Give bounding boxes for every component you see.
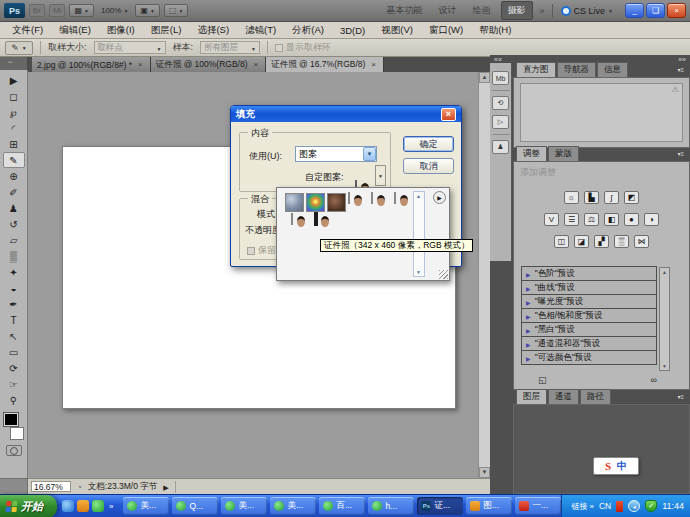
background-color-swatch[interactable]	[10, 427, 24, 440]
id-photo-pattern-2[interactable]	[371, 192, 373, 204]
screen-mode-button[interactable]: ⬚	[164, 4, 189, 17]
workspace-photography-button[interactable]: 摄影	[501, 1, 533, 20]
path-selection-tool[interactable]: ↖	[3, 328, 25, 344]
gradient-map-icon[interactable]: ▒	[614, 235, 629, 248]
hue-saturation-icon[interactable]: ☰	[564, 213, 579, 226]
eyedropper-tool[interactable]: ✎	[3, 152, 25, 168]
taskbar-button-5[interactable]: 百...	[319, 497, 365, 515]
tab-layers[interactable]: 图层	[516, 389, 547, 404]
doc-tab-1[interactable]: 2.jpg @ 100%(RGB/8#) *×	[32, 57, 151, 72]
pattern-picker-arrow-icon[interactable]	[375, 165, 386, 186]
ok-button[interactable]: 确定	[403, 136, 454, 152]
dropdown-arrow-icon[interactable]	[363, 147, 376, 161]
minimize-button[interactable]: _	[625, 3, 644, 18]
cancel-button[interactable]: 取消	[403, 158, 454, 174]
expand-triangle-icon[interactable]	[526, 311, 531, 321]
expand-triangle-icon[interactable]	[526, 269, 531, 279]
taskbar-button-3[interactable]: 美...	[221, 497, 267, 515]
close-button[interactable]: ×	[667, 3, 686, 18]
tie-dye-pattern[interactable]	[306, 193, 325, 212]
taskbar-button-6[interactable]: h...	[368, 497, 414, 515]
taskbar-button-photoshop[interactable]: Ps证...	[417, 497, 463, 515]
quick-mask-button[interactable]	[6, 445, 22, 456]
exposure-icon[interactable]: ◩	[624, 191, 639, 204]
menu-file[interactable]: 文件(F)	[4, 22, 51, 39]
pattern-scrollbar[interactable]	[413, 191, 425, 277]
clone-stamp-tool[interactable]: ♟	[3, 200, 25, 216]
channel-mixer-icon[interactable]: ◑	[644, 213, 659, 226]
menu-select[interactable]: 选择(S)	[189, 22, 237, 39]
tab-adjustments[interactable]: 调整	[516, 146, 547, 161]
clouds-pattern[interactable]	[285, 193, 304, 212]
workspace-overflow-button[interactable]: »	[537, 6, 548, 16]
histogram-warning-icon[interactable]	[672, 85, 679, 94]
doc-tab-2[interactable]: 证件照 @ 100%(RGB/8)×	[151, 57, 266, 72]
selective-color-icon[interactable]: ⋈	[634, 235, 649, 248]
dodge-tool[interactable]: ◒	[3, 280, 25, 296]
doc-tab-3-active[interactable]: 证件照 @ 16.7%(RGB/8)×	[266, 57, 384, 72]
taskbar-button-2[interactable]: Q...	[172, 497, 218, 515]
foreground-color-swatch[interactable]	[4, 413, 18, 426]
dock-expand-icon[interactable]: »»	[678, 56, 686, 63]
menu-layer[interactable]: 图层(L)	[143, 22, 190, 39]
move-tool[interactable]: ▶	[3, 72, 25, 88]
dialog-close-button[interactable]: ×	[441, 108, 456, 121]
arrange-documents-button[interactable]: ▣	[135, 4, 160, 17]
sample-dropdown[interactable]: 所有图层	[200, 41, 260, 54]
menu-3d[interactable]: 3D(D)	[332, 23, 373, 38]
id-photo-pattern-3[interactable]	[394, 192, 396, 204]
resize-grip-icon[interactable]	[439, 270, 448, 279]
eraser-tool[interactable]: ▱	[3, 232, 25, 248]
dock-collapse-icon[interactable]: ««	[494, 56, 502, 63]
vibrance-icon[interactable]: V	[544, 213, 559, 226]
tab-close-icon[interactable]: ×	[136, 59, 145, 70]
quicklaunch-overflow-icon[interactable]: »	[107, 502, 115, 511]
tab-info[interactable]: 信息	[597, 62, 628, 77]
start-button[interactable]: 开始	[0, 495, 57, 517]
history-icon[interactable]: ⟲	[492, 96, 509, 110]
levels-icon[interactable]: ▙	[584, 191, 599, 204]
preset-hue-saturation[interactable]: "色相/饱和度"预设	[521, 308, 657, 323]
preset-curves[interactable]: "曲线"预设	[521, 280, 657, 295]
lasso-tool[interactable]: ℘	[3, 104, 25, 120]
history-brush-tool[interactable]: ↺	[3, 216, 25, 232]
toolbox-header[interactable]	[0, 57, 28, 70]
cs-live-button[interactable]: CS Live	[557, 6, 617, 16]
pen-tool[interactable]: ✒	[3, 296, 25, 312]
type-tool[interactable]: T	[3, 312, 25, 328]
hand-tool[interactable]: ☞	[3, 376, 25, 392]
show-sampling-ring-checkbox[interactable]: 显示取样环	[275, 41, 331, 54]
zoom-tool[interactable]: ⚲	[3, 392, 25, 408]
links-toolbar[interactable]: 链接»	[571, 501, 593, 512]
blur-tool[interactable]: ✦	[3, 264, 25, 280]
panel-menu-icon[interactable]	[677, 66, 684, 73]
panel-menu-icon[interactable]	[677, 150, 684, 157]
fill-dialog-title-bar[interactable]: 填充 ×	[231, 106, 461, 122]
tab-close-icon[interactable]: ×	[252, 59, 261, 70]
invert-icon[interactable]: ◫	[554, 235, 569, 248]
expand-triangle-icon[interactable]	[526, 353, 531, 363]
hide-icons-button[interactable]	[628, 500, 640, 512]
mini-bridge-icon[interactable]: Mb	[492, 71, 509, 85]
menu-help[interactable]: 帮助(H)	[471, 22, 519, 39]
media-quicklaunch-icon[interactable]	[77, 500, 89, 512]
preset-exposure[interactable]: "曝光度"预设	[521, 294, 657, 309]
panel-switch-icon[interactable]	[538, 375, 547, 385]
eyedropper-preset-button[interactable]: ✎	[5, 41, 33, 55]
presets-scrollbar[interactable]	[659, 267, 670, 371]
canvas-vertical-scrollbar[interactable]	[478, 72, 490, 478]
tray-app-icon[interactable]	[616, 501, 623, 512]
tab-navigator[interactable]: 导航器	[557, 62, 597, 77]
panel-clip-icon[interactable]	[651, 375, 657, 385]
taskbar-button-8[interactable]: 图...	[466, 497, 512, 515]
menu-edit[interactable]: 编辑(E)	[51, 22, 99, 39]
bridge-button[interactable]: Br	[29, 4, 45, 17]
curves-icon[interactable]: ʃ	[604, 191, 619, 204]
id-photo-pattern-selected[interactable]	[314, 212, 318, 226]
expand-triangle-icon[interactable]	[526, 283, 531, 293]
workspace-design-button[interactable]: 设计	[433, 2, 463, 19]
marquee-tool[interactable]: ◻	[3, 88, 25, 104]
language-indicator[interactable]: CN	[599, 501, 611, 511]
id-photo-pattern-1[interactable]	[348, 192, 350, 204]
use-dropdown[interactable]: 图案	[295, 146, 377, 162]
